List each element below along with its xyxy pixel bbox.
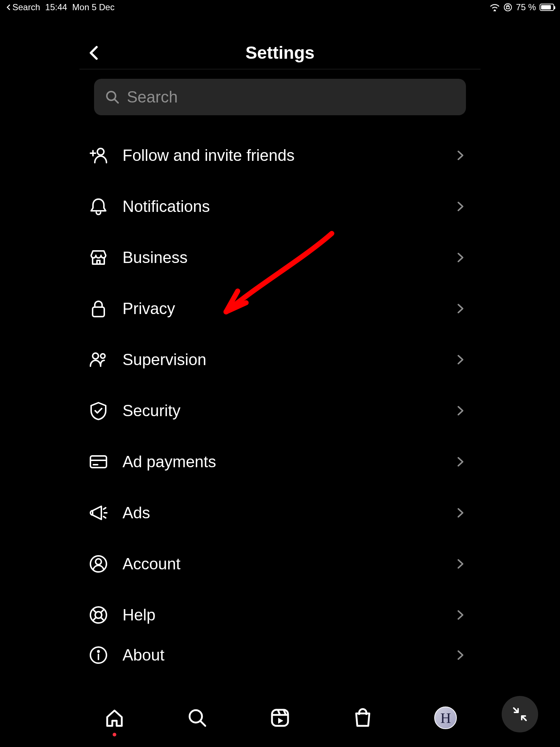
menu-item-notifications[interactable]: Notifications [79, 181, 481, 232]
chevron-right-icon [455, 456, 466, 467]
chevron-right-icon [455, 150, 466, 161]
svg-point-5 [93, 353, 98, 359]
chevron-right-icon [455, 354, 466, 365]
settings-header: Settings [79, 36, 481, 69]
search-input[interactable] [127, 88, 455, 106]
chevron-right-icon [455, 609, 466, 620]
menu-item-ad-payments[interactable]: Ad payments [79, 436, 481, 487]
menu-item-ads[interactable]: Ads [79, 487, 481, 538]
shop-icon [352, 707, 374, 729]
tab-profile[interactable]: H [433, 706, 458, 730]
svg-point-11 [95, 612, 102, 618]
tab-bar: H [0, 689, 560, 747]
chevron-left-icon [87, 46, 101, 60]
svg-point-0 [494, 9, 495, 11]
search-icon [105, 90, 120, 104]
menu-item-follow[interactable]: Follow and invite friends [79, 130, 481, 181]
svg-point-1 [504, 4, 512, 11]
reels-icon [269, 707, 291, 729]
chevron-right-icon [455, 650, 466, 661]
svg-point-10 [90, 607, 106, 623]
megaphone-icon [88, 502, 109, 524]
tab-shop[interactable] [351, 706, 375, 730]
collapse-button[interactable] [502, 696, 538, 732]
settings-container: Settings Follow and invite friends Notif… [79, 36, 481, 670]
back-caret-icon [6, 4, 11, 11]
page-title: Settings [245, 43, 314, 63]
svg-point-6 [101, 354, 105, 358]
lifebuoy-icon [88, 604, 109, 626]
tab-reels[interactable] [268, 706, 292, 730]
menu-item-supervision[interactable]: Supervision [79, 334, 481, 385]
storefront-icon [88, 247, 109, 268]
orientation-lock-icon [503, 3, 512, 12]
menu-item-label: Help [122, 606, 455, 624]
battery-percent: 75 % [516, 2, 536, 12]
chevron-right-icon [455, 558, 466, 569]
tab-search[interactable] [185, 706, 209, 730]
tab-home[interactable] [102, 706, 127, 730]
family-icon [88, 349, 109, 371]
menu-item-help[interactable]: Help [79, 589, 481, 640]
back-button[interactable] [87, 46, 101, 60]
menu-item-business[interactable]: Business [79, 232, 481, 283]
menu-item-security[interactable]: Security [79, 385, 481, 436]
card-icon [88, 451, 109, 473]
svg-point-13 [98, 651, 99, 652]
menu-item-label: Ads [122, 504, 455, 522]
back-app-label: Search [12, 2, 40, 12]
status-date: Mon 5 Dec [72, 2, 114, 12]
home-icon [104, 707, 125, 729]
chevron-right-icon [455, 252, 466, 263]
svg-rect-7 [90, 456, 106, 468]
chevron-right-icon [455, 201, 466, 212]
search-wrapper [79, 69, 481, 115]
wifi-icon [490, 3, 500, 11]
menu-item-privacy[interactable]: Privacy [79, 283, 481, 334]
menu-item-label: Supervision [122, 351, 455, 369]
avatar-initial: H [440, 709, 451, 727]
svg-rect-4 [93, 307, 104, 317]
collapse-icon [511, 705, 529, 723]
search-bar[interactable] [94, 79, 466, 115]
menu-item-label: Business [122, 248, 455, 267]
menu-item-label: Ad payments [122, 453, 455, 471]
menu-list: Follow and invite friends Notifications … [79, 130, 481, 670]
menu-item-label: Account [122, 555, 455, 573]
status-bar: Search 15:44 Mon 5 Dec 75 % [0, 0, 560, 15]
svg-point-3 [97, 148, 104, 155]
search-icon [186, 707, 208, 729]
menu-item-account[interactable]: Account [79, 538, 481, 589]
lock-icon [88, 298, 109, 320]
menu-item-label: Notifications [122, 197, 455, 216]
battery-icon [540, 4, 554, 11]
status-time: 15:44 [45, 2, 67, 12]
info-icon [88, 644, 109, 666]
shield-check-icon [88, 400, 109, 422]
account-icon [88, 553, 109, 575]
menu-item-label: Follow and invite friends [122, 146, 455, 165]
menu-item-label: Privacy [122, 299, 455, 318]
menu-item-about[interactable]: About [79, 640, 481, 670]
menu-item-label: Security [122, 402, 455, 420]
menu-item-label: About [122, 646, 455, 664]
chevron-right-icon [455, 405, 466, 416]
status-bar-right: 75 % [490, 2, 554, 12]
bell-icon [88, 196, 109, 217]
notification-dot [113, 733, 116, 736]
add-person-icon [88, 144, 109, 166]
back-to-app[interactable]: Search [6, 2, 40, 12]
avatar: H [434, 707, 457, 729]
status-bar-left: Search 15:44 Mon 5 Dec [6, 2, 114, 12]
chevron-right-icon [455, 303, 466, 314]
chevron-right-icon [455, 507, 466, 518]
svg-point-9 [96, 559, 101, 565]
